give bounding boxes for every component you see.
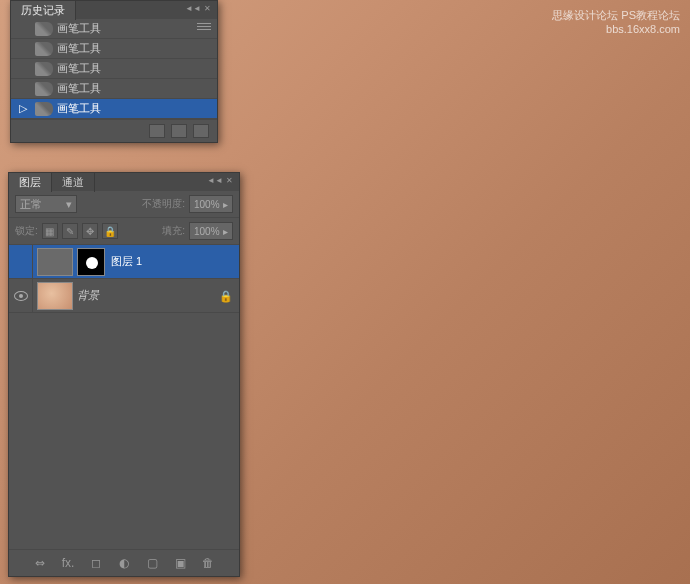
history-item[interactable]: 画笔工具	[11, 79, 217, 99]
history-label: 画笔工具	[57, 101, 101, 116]
history-label: 画笔工具	[57, 21, 101, 36]
history-pointer-icon: ▷	[15, 102, 31, 115]
layer-thumbnail[interactable]	[37, 282, 73, 310]
new-layer-icon[interactable]: ▣	[171, 556, 189, 570]
chevron-right-icon: ▸	[223, 226, 228, 237]
channels-tab[interactable]: 通道	[52, 173, 95, 192]
layers-tab-bar: 图层 通道 ◄◄ ✕	[9, 173, 239, 191]
eye-icon	[14, 291, 28, 301]
adjustment-layer-icon[interactable]: ◐	[115, 556, 133, 570]
create-document-icon[interactable]	[149, 124, 165, 138]
layer-name[interactable]: 背景	[77, 288, 219, 303]
blend-mode-value: 正常	[20, 197, 42, 212]
watermark-text: PS教程论坛	[621, 9, 680, 21]
layer-style-icon[interactable]: fx.	[59, 556, 77, 570]
watermark-url: bbs.16xx8.com	[606, 23, 680, 35]
trash-icon[interactable]: 🗑	[199, 556, 217, 570]
chevron-right-icon: ▸	[223, 199, 228, 210]
history-label: 画笔工具	[57, 41, 101, 56]
chevron-down-icon: ▾	[66, 198, 72, 211]
lock-transparency-icon[interactable]: ▦	[42, 223, 58, 239]
link-layers-icon[interactable]: ⇔	[31, 556, 49, 570]
mask-thumbnail[interactable]	[77, 248, 105, 276]
history-panel: 历史记录 ◄◄ ✕ 画笔工具 画笔工具 画笔工具 画笔工具 ▷	[10, 0, 218, 143]
layers-tab[interactable]: 图层	[9, 173, 52, 192]
lock-label: 锁定:	[15, 224, 38, 238]
watermark-text: 思缘设计论坛	[552, 9, 618, 21]
lock-position-icon[interactable]: ✥	[82, 223, 98, 239]
lock-all-icon[interactable]: 🔒	[102, 223, 118, 239]
history-item[interactable]: 画笔工具	[11, 19, 217, 39]
trash-icon[interactable]	[193, 124, 209, 138]
history-tab[interactable]: 历史记录	[11, 1, 76, 20]
opacity-input[interactable]: 100% ▸	[189, 195, 233, 213]
layer-row[interactable]: 图层 1	[9, 245, 239, 279]
close-icon[interactable]: ✕	[223, 175, 235, 187]
opacity-label: 不透明度:	[142, 197, 185, 211]
fill-input[interactable]: 100% ▸	[189, 222, 233, 240]
collapse-icon[interactable]: ◄◄	[185, 3, 197, 15]
history-item-current[interactable]: ▷ 画笔工具	[11, 99, 217, 119]
lock-pixels-icon[interactable]: ✎	[62, 223, 78, 239]
brush-icon	[35, 42, 53, 56]
brush-icon	[35, 62, 53, 76]
new-snapshot-icon[interactable]	[171, 124, 187, 138]
history-label: 画笔工具	[57, 81, 101, 96]
brush-icon	[35, 22, 53, 36]
brush-icon	[35, 102, 53, 116]
brush-icon	[35, 82, 53, 96]
fill-label: 填充:	[162, 224, 185, 238]
blend-mode-dropdown[interactable]: 正常 ▾	[15, 195, 77, 213]
history-tab-bar: 历史记录 ◄◄ ✕	[11, 1, 217, 19]
layer-name[interactable]: 图层 1	[111, 254, 239, 269]
collapse-icon[interactable]: ◄◄	[207, 175, 219, 187]
history-item[interactable]: 画笔工具	[11, 59, 217, 79]
visibility-toggle[interactable]	[9, 279, 33, 312]
lock-icon: 🔒	[219, 290, 231, 302]
layer-row-background[interactable]: 背景 🔒	[9, 279, 239, 313]
new-group-icon[interactable]: ▢	[143, 556, 161, 570]
layers-list: 图层 1 背景 🔒	[9, 245, 239, 549]
history-item[interactable]: 画笔工具	[11, 39, 217, 59]
layers-panel: 图层 通道 ◄◄ ✕ 正常 ▾ 不透明度: 100% ▸ 锁定: ▦ ✎ ✥ 🔒…	[8, 172, 240, 577]
visibility-toggle[interactable]	[9, 245, 33, 278]
panel-menu-icon[interactable]	[197, 23, 211, 33]
history-list: 画笔工具 画笔工具 画笔工具 画笔工具 ▷ 画笔工具	[11, 19, 217, 119]
history-label: 画笔工具	[57, 61, 101, 76]
layer-thumbnail[interactable]	[37, 248, 73, 276]
add-mask-icon[interactable]: ◻	[87, 556, 105, 570]
close-icon[interactable]: ✕	[201, 3, 213, 15]
